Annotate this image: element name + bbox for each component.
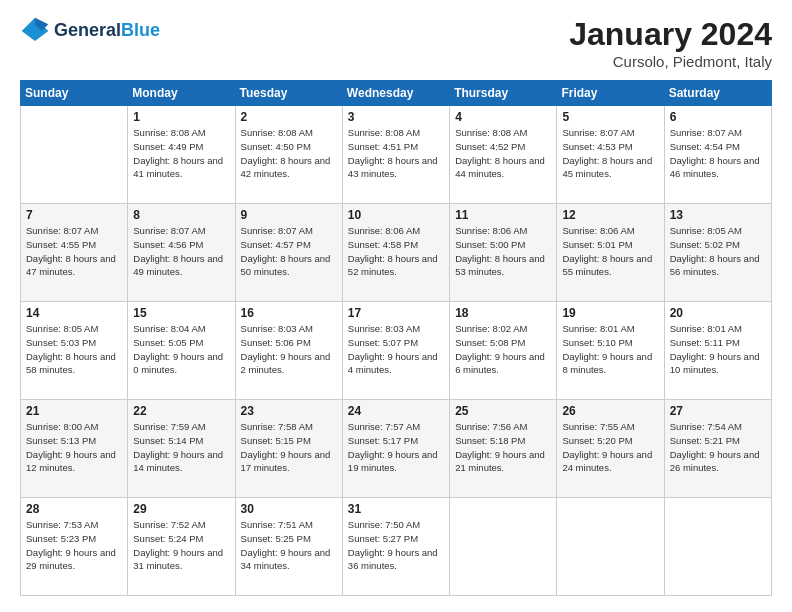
calendar-cell: 26 Sunrise: 7:55 AMSunset: 5:20 PMDaylig… [557, 400, 664, 498]
calendar-cell: 15 Sunrise: 8:04 AMSunset: 5:05 PMDaylig… [128, 302, 235, 400]
day-number: 15 [133, 306, 229, 320]
calendar-cell: 10 Sunrise: 8:06 AMSunset: 4:58 PMDaylig… [342, 204, 449, 302]
calendar-cell: 7 Sunrise: 8:07 AMSunset: 4:55 PMDayligh… [21, 204, 128, 302]
sub-title: Cursolo, Piedmont, Italy [569, 53, 772, 70]
day-info: Sunrise: 7:53 AMSunset: 5:23 PMDaylight:… [26, 518, 122, 573]
day-number: 7 [26, 208, 122, 222]
calendar-cell: 11 Sunrise: 8:06 AMSunset: 5:00 PMDaylig… [450, 204, 557, 302]
day-info: Sunrise: 7:51 AMSunset: 5:25 PMDaylight:… [241, 518, 337, 573]
calendar-cell: 21 Sunrise: 8:00 AMSunset: 5:13 PMDaylig… [21, 400, 128, 498]
day-number: 13 [670, 208, 766, 222]
day-info: Sunrise: 8:02 AMSunset: 5:08 PMDaylight:… [455, 322, 551, 377]
day-info: Sunrise: 8:07 AMSunset: 4:53 PMDaylight:… [562, 126, 658, 181]
calendar-cell [557, 498, 664, 596]
day-info: Sunrise: 8:05 AMSunset: 5:03 PMDaylight:… [26, 322, 122, 377]
weekday-header-wednesday: Wednesday [342, 81, 449, 106]
day-number: 25 [455, 404, 551, 418]
calendar-cell: 14 Sunrise: 8:05 AMSunset: 5:03 PMDaylig… [21, 302, 128, 400]
calendar-cell: 27 Sunrise: 7:54 AMSunset: 5:21 PMDaylig… [664, 400, 771, 498]
day-info: Sunrise: 7:58 AMSunset: 5:15 PMDaylight:… [241, 420, 337, 475]
calendar-cell: 4 Sunrise: 8:08 AMSunset: 4:52 PMDayligh… [450, 106, 557, 204]
main-title: January 2024 [569, 16, 772, 53]
calendar-cell: 29 Sunrise: 7:52 AMSunset: 5:24 PMDaylig… [128, 498, 235, 596]
day-number: 3 [348, 110, 444, 124]
day-number: 11 [455, 208, 551, 222]
day-number: 29 [133, 502, 229, 516]
day-info: Sunrise: 8:08 AMSunset: 4:50 PMDaylight:… [241, 126, 337, 181]
weekday-header-saturday: Saturday [664, 81, 771, 106]
calendar-cell: 25 Sunrise: 7:56 AMSunset: 5:18 PMDaylig… [450, 400, 557, 498]
day-info: Sunrise: 7:50 AMSunset: 5:27 PMDaylight:… [348, 518, 444, 573]
calendar-cell: 30 Sunrise: 7:51 AMSunset: 5:25 PMDaylig… [235, 498, 342, 596]
calendar-cell: 1 Sunrise: 8:08 AMSunset: 4:49 PMDayligh… [128, 106, 235, 204]
day-number: 4 [455, 110, 551, 124]
weekday-header-thursday: Thursday [450, 81, 557, 106]
day-number: 16 [241, 306, 337, 320]
day-info: Sunrise: 8:03 AMSunset: 5:07 PMDaylight:… [348, 322, 444, 377]
calendar-cell: 5 Sunrise: 8:07 AMSunset: 4:53 PMDayligh… [557, 106, 664, 204]
calendar-cell: 20 Sunrise: 8:01 AMSunset: 5:11 PMDaylig… [664, 302, 771, 400]
calendar-cell [450, 498, 557, 596]
day-number: 24 [348, 404, 444, 418]
day-number: 2 [241, 110, 337, 124]
day-info: Sunrise: 8:06 AMSunset: 4:58 PMDaylight:… [348, 224, 444, 279]
day-info: Sunrise: 8:03 AMSunset: 5:06 PMDaylight:… [241, 322, 337, 377]
day-info: Sunrise: 7:54 AMSunset: 5:21 PMDaylight:… [670, 420, 766, 475]
day-info: Sunrise: 7:59 AMSunset: 5:14 PMDaylight:… [133, 420, 229, 475]
calendar-cell: 28 Sunrise: 7:53 AMSunset: 5:23 PMDaylig… [21, 498, 128, 596]
logo: GeneralBlue [20, 16, 160, 46]
page: GeneralBlue January 2024 Cursolo, Piedmo… [0, 0, 792, 612]
calendar-cell: 13 Sunrise: 8:05 AMSunset: 5:02 PMDaylig… [664, 204, 771, 302]
day-number: 22 [133, 404, 229, 418]
day-info: Sunrise: 8:07 AMSunset: 4:57 PMDaylight:… [241, 224, 337, 279]
day-info: Sunrise: 8:01 AMSunset: 5:11 PMDaylight:… [670, 322, 766, 377]
day-info: Sunrise: 7:57 AMSunset: 5:17 PMDaylight:… [348, 420, 444, 475]
day-number: 12 [562, 208, 658, 222]
day-number: 31 [348, 502, 444, 516]
calendar-cell: 19 Sunrise: 8:01 AMSunset: 5:10 PMDaylig… [557, 302, 664, 400]
calendar-cell: 3 Sunrise: 8:08 AMSunset: 4:51 PMDayligh… [342, 106, 449, 204]
weekday-header-friday: Friday [557, 81, 664, 106]
day-info: Sunrise: 8:08 AMSunset: 4:51 PMDaylight:… [348, 126, 444, 181]
calendar-cell [21, 106, 128, 204]
day-number: 30 [241, 502, 337, 516]
day-info: Sunrise: 8:08 AMSunset: 4:52 PMDaylight:… [455, 126, 551, 181]
calendar-cell: 23 Sunrise: 7:58 AMSunset: 5:15 PMDaylig… [235, 400, 342, 498]
day-info: Sunrise: 7:52 AMSunset: 5:24 PMDaylight:… [133, 518, 229, 573]
day-number: 26 [562, 404, 658, 418]
calendar-cell [664, 498, 771, 596]
day-info: Sunrise: 7:56 AMSunset: 5:18 PMDaylight:… [455, 420, 551, 475]
calendar-cell: 31 Sunrise: 7:50 AMSunset: 5:27 PMDaylig… [342, 498, 449, 596]
calendar-cell: 22 Sunrise: 7:59 AMSunset: 5:14 PMDaylig… [128, 400, 235, 498]
day-info: Sunrise: 8:06 AMSunset: 5:01 PMDaylight:… [562, 224, 658, 279]
day-number: 8 [133, 208, 229, 222]
calendar-cell: 24 Sunrise: 7:57 AMSunset: 5:17 PMDaylig… [342, 400, 449, 498]
day-info: Sunrise: 8:05 AMSunset: 5:02 PMDaylight:… [670, 224, 766, 279]
day-info: Sunrise: 8:08 AMSunset: 4:49 PMDaylight:… [133, 126, 229, 181]
day-info: Sunrise: 8:01 AMSunset: 5:10 PMDaylight:… [562, 322, 658, 377]
calendar-table: SundayMondayTuesdayWednesdayThursdayFrid… [20, 80, 772, 596]
day-number: 23 [241, 404, 337, 418]
day-info: Sunrise: 8:00 AMSunset: 5:13 PMDaylight:… [26, 420, 122, 475]
day-info: Sunrise: 8:07 AMSunset: 4:54 PMDaylight:… [670, 126, 766, 181]
day-number: 19 [562, 306, 658, 320]
day-number: 10 [348, 208, 444, 222]
calendar-cell: 12 Sunrise: 8:06 AMSunset: 5:01 PMDaylig… [557, 204, 664, 302]
day-number: 21 [26, 404, 122, 418]
calendar-cell: 2 Sunrise: 8:08 AMSunset: 4:50 PMDayligh… [235, 106, 342, 204]
calendar-cell: 16 Sunrise: 8:03 AMSunset: 5:06 PMDaylig… [235, 302, 342, 400]
calendar-cell: 18 Sunrise: 8:02 AMSunset: 5:08 PMDaylig… [450, 302, 557, 400]
day-info: Sunrise: 8:07 AMSunset: 4:55 PMDaylight:… [26, 224, 122, 279]
day-number: 18 [455, 306, 551, 320]
day-info: Sunrise: 8:04 AMSunset: 5:05 PMDaylight:… [133, 322, 229, 377]
day-number: 5 [562, 110, 658, 124]
day-number: 1 [133, 110, 229, 124]
weekday-header-sunday: Sunday [21, 81, 128, 106]
day-number: 9 [241, 208, 337, 222]
header: GeneralBlue January 2024 Cursolo, Piedmo… [20, 16, 772, 70]
day-number: 20 [670, 306, 766, 320]
weekday-header-monday: Monday [128, 81, 235, 106]
calendar-cell: 8 Sunrise: 8:07 AMSunset: 4:56 PMDayligh… [128, 204, 235, 302]
day-info: Sunrise: 8:07 AMSunset: 4:56 PMDaylight:… [133, 224, 229, 279]
day-number: 6 [670, 110, 766, 124]
